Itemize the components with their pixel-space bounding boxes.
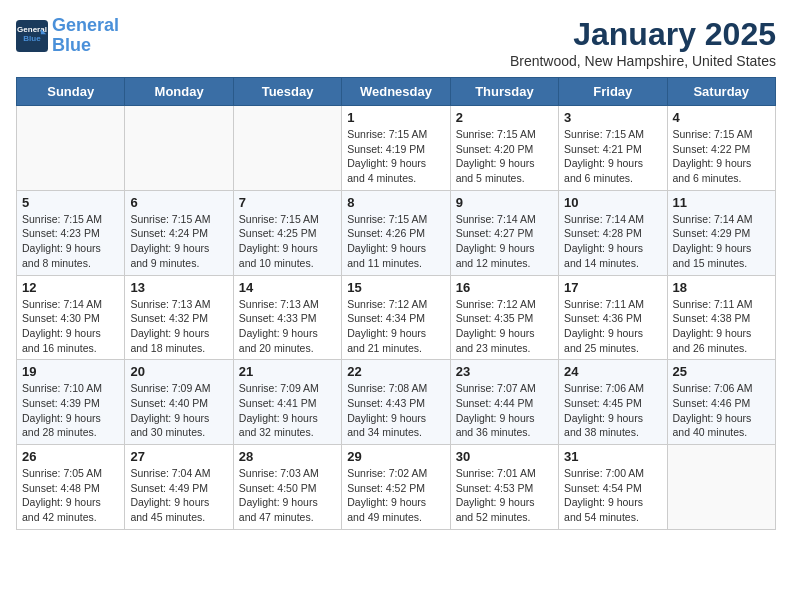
- day-cell-21: 21Sunrise: 7:09 AM Sunset: 4:41 PM Dayli…: [233, 360, 341, 445]
- day-info: Sunrise: 7:14 AM Sunset: 4:27 PM Dayligh…: [456, 212, 553, 271]
- day-cell-19: 19Sunrise: 7:10 AM Sunset: 4:39 PM Dayli…: [17, 360, 125, 445]
- day-number: 6: [130, 195, 227, 210]
- day-info: Sunrise: 7:05 AM Sunset: 4:48 PM Dayligh…: [22, 466, 119, 525]
- day-number: 13: [130, 280, 227, 295]
- svg-text:Blue: Blue: [23, 34, 41, 43]
- month-title: January 2025: [510, 16, 776, 53]
- day-cell-20: 20Sunrise: 7:09 AM Sunset: 4:40 PM Dayli…: [125, 360, 233, 445]
- day-cell-12: 12Sunrise: 7:14 AM Sunset: 4:30 PM Dayli…: [17, 275, 125, 360]
- empty-cell: [667, 445, 775, 530]
- day-number: 2: [456, 110, 553, 125]
- day-info: Sunrise: 7:15 AM Sunset: 4:23 PM Dayligh…: [22, 212, 119, 271]
- day-number: 20: [130, 364, 227, 379]
- day-info: Sunrise: 7:13 AM Sunset: 4:32 PM Dayligh…: [130, 297, 227, 356]
- day-cell-10: 10Sunrise: 7:14 AM Sunset: 4:28 PM Dayli…: [559, 190, 667, 275]
- day-number: 26: [22, 449, 119, 464]
- day-number: 30: [456, 449, 553, 464]
- day-number: 15: [347, 280, 444, 295]
- day-info: Sunrise: 7:11 AM Sunset: 4:38 PM Dayligh…: [673, 297, 770, 356]
- day-cell-3: 3Sunrise: 7:15 AM Sunset: 4:21 PM Daylig…: [559, 106, 667, 191]
- day-number: 21: [239, 364, 336, 379]
- weekday-header-friday: Friday: [559, 78, 667, 106]
- weekday-header-tuesday: Tuesday: [233, 78, 341, 106]
- empty-cell: [125, 106, 233, 191]
- day-number: 5: [22, 195, 119, 210]
- day-info: Sunrise: 7:15 AM Sunset: 4:26 PM Dayligh…: [347, 212, 444, 271]
- title-block: January 2025 Brentwood, New Hampshire, U…: [510, 16, 776, 69]
- day-cell-25: 25Sunrise: 7:06 AM Sunset: 4:46 PM Dayli…: [667, 360, 775, 445]
- day-cell-8: 8Sunrise: 7:15 AM Sunset: 4:26 PM Daylig…: [342, 190, 450, 275]
- day-cell-6: 6Sunrise: 7:15 AM Sunset: 4:24 PM Daylig…: [125, 190, 233, 275]
- day-cell-24: 24Sunrise: 7:06 AM Sunset: 4:45 PM Dayli…: [559, 360, 667, 445]
- day-info: Sunrise: 7:13 AM Sunset: 4:33 PM Dayligh…: [239, 297, 336, 356]
- day-info: Sunrise: 7:10 AM Sunset: 4:39 PM Dayligh…: [22, 381, 119, 440]
- week-row-3: 12Sunrise: 7:14 AM Sunset: 4:30 PM Dayli…: [17, 275, 776, 360]
- day-cell-17: 17Sunrise: 7:11 AM Sunset: 4:36 PM Dayli…: [559, 275, 667, 360]
- day-info: Sunrise: 7:15 AM Sunset: 4:21 PM Dayligh…: [564, 127, 661, 186]
- weekday-header-sunday: Sunday: [17, 78, 125, 106]
- day-number: 10: [564, 195, 661, 210]
- day-cell-4: 4Sunrise: 7:15 AM Sunset: 4:22 PM Daylig…: [667, 106, 775, 191]
- day-number: 22: [347, 364, 444, 379]
- day-info: Sunrise: 7:07 AM Sunset: 4:44 PM Dayligh…: [456, 381, 553, 440]
- empty-cell: [233, 106, 341, 191]
- day-number: 18: [673, 280, 770, 295]
- week-row-4: 19Sunrise: 7:10 AM Sunset: 4:39 PM Dayli…: [17, 360, 776, 445]
- day-number: 4: [673, 110, 770, 125]
- logo-text: GeneralBlue: [52, 16, 119, 56]
- day-cell-31: 31Sunrise: 7:00 AM Sunset: 4:54 PM Dayli…: [559, 445, 667, 530]
- day-cell-16: 16Sunrise: 7:12 AM Sunset: 4:35 PM Dayli…: [450, 275, 558, 360]
- day-cell-2: 2Sunrise: 7:15 AM Sunset: 4:20 PM Daylig…: [450, 106, 558, 191]
- day-number: 17: [564, 280, 661, 295]
- logo-icon: General Blue: [16, 20, 48, 52]
- page-header: General Blue GeneralBlue January 2025 Br…: [16, 16, 776, 69]
- day-cell-7: 7Sunrise: 7:15 AM Sunset: 4:25 PM Daylig…: [233, 190, 341, 275]
- weekday-header-row: SundayMondayTuesdayWednesdayThursdayFrid…: [17, 78, 776, 106]
- weekday-header-thursday: Thursday: [450, 78, 558, 106]
- calendar: SundayMondayTuesdayWednesdayThursdayFrid…: [16, 77, 776, 530]
- day-number: 16: [456, 280, 553, 295]
- day-cell-13: 13Sunrise: 7:13 AM Sunset: 4:32 PM Dayli…: [125, 275, 233, 360]
- day-cell-22: 22Sunrise: 7:08 AM Sunset: 4:43 PM Dayli…: [342, 360, 450, 445]
- day-info: Sunrise: 7:04 AM Sunset: 4:49 PM Dayligh…: [130, 466, 227, 525]
- day-number: 27: [130, 449, 227, 464]
- day-cell-29: 29Sunrise: 7:02 AM Sunset: 4:52 PM Dayli…: [342, 445, 450, 530]
- day-cell-15: 15Sunrise: 7:12 AM Sunset: 4:34 PM Dayli…: [342, 275, 450, 360]
- day-info: Sunrise: 7:14 AM Sunset: 4:29 PM Dayligh…: [673, 212, 770, 271]
- day-info: Sunrise: 7:01 AM Sunset: 4:53 PM Dayligh…: [456, 466, 553, 525]
- day-cell-5: 5Sunrise: 7:15 AM Sunset: 4:23 PM Daylig…: [17, 190, 125, 275]
- day-number: 7: [239, 195, 336, 210]
- day-cell-27: 27Sunrise: 7:04 AM Sunset: 4:49 PM Dayli…: [125, 445, 233, 530]
- day-info: Sunrise: 7:14 AM Sunset: 4:28 PM Dayligh…: [564, 212, 661, 271]
- day-cell-11: 11Sunrise: 7:14 AM Sunset: 4:29 PM Dayli…: [667, 190, 775, 275]
- day-cell-23: 23Sunrise: 7:07 AM Sunset: 4:44 PM Dayli…: [450, 360, 558, 445]
- day-number: 28: [239, 449, 336, 464]
- day-info: Sunrise: 7:12 AM Sunset: 4:35 PM Dayligh…: [456, 297, 553, 356]
- day-number: 24: [564, 364, 661, 379]
- day-info: Sunrise: 7:00 AM Sunset: 4:54 PM Dayligh…: [564, 466, 661, 525]
- day-number: 25: [673, 364, 770, 379]
- day-cell-1: 1Sunrise: 7:15 AM Sunset: 4:19 PM Daylig…: [342, 106, 450, 191]
- week-row-1: 1Sunrise: 7:15 AM Sunset: 4:19 PM Daylig…: [17, 106, 776, 191]
- day-number: 8: [347, 195, 444, 210]
- day-number: 11: [673, 195, 770, 210]
- day-number: 19: [22, 364, 119, 379]
- day-number: 14: [239, 280, 336, 295]
- day-info: Sunrise: 7:11 AM Sunset: 4:36 PM Dayligh…: [564, 297, 661, 356]
- week-row-5: 26Sunrise: 7:05 AM Sunset: 4:48 PM Dayli…: [17, 445, 776, 530]
- day-info: Sunrise: 7:12 AM Sunset: 4:34 PM Dayligh…: [347, 297, 444, 356]
- day-cell-28: 28Sunrise: 7:03 AM Sunset: 4:50 PM Dayli…: [233, 445, 341, 530]
- day-info: Sunrise: 7:14 AM Sunset: 4:30 PM Dayligh…: [22, 297, 119, 356]
- day-cell-9: 9Sunrise: 7:14 AM Sunset: 4:27 PM Daylig…: [450, 190, 558, 275]
- day-number: 9: [456, 195, 553, 210]
- location: Brentwood, New Hampshire, United States: [510, 53, 776, 69]
- day-info: Sunrise: 7:15 AM Sunset: 4:20 PM Dayligh…: [456, 127, 553, 186]
- day-number: 23: [456, 364, 553, 379]
- day-info: Sunrise: 7:09 AM Sunset: 4:41 PM Dayligh…: [239, 381, 336, 440]
- day-info: Sunrise: 7:02 AM Sunset: 4:52 PM Dayligh…: [347, 466, 444, 525]
- day-cell-18: 18Sunrise: 7:11 AM Sunset: 4:38 PM Dayli…: [667, 275, 775, 360]
- week-row-2: 5Sunrise: 7:15 AM Sunset: 4:23 PM Daylig…: [17, 190, 776, 275]
- day-cell-14: 14Sunrise: 7:13 AM Sunset: 4:33 PM Dayli…: [233, 275, 341, 360]
- day-info: Sunrise: 7:15 AM Sunset: 4:22 PM Dayligh…: [673, 127, 770, 186]
- day-cell-26: 26Sunrise: 7:05 AM Sunset: 4:48 PM Dayli…: [17, 445, 125, 530]
